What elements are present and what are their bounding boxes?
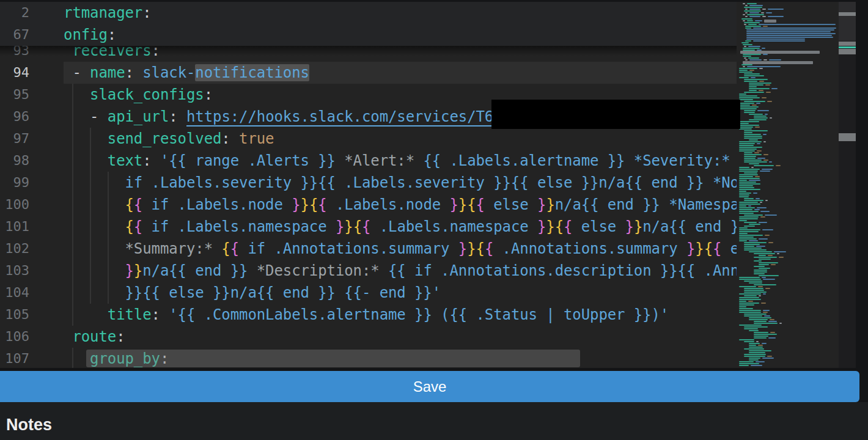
- line-number[interactable]: 2: [0, 2, 29, 24]
- token: [213, 240, 221, 257]
- minimap-segment: [739, 196, 749, 197]
- minimap-segment: [739, 70, 748, 71]
- code-line[interactable]: 98 text: '{{ range .Alerts }} *Alert:* {…: [0, 150, 737, 172]
- minimap-segment: [749, 12, 759, 13]
- minimap-segment: [754, 334, 777, 335]
- minimap-segment: [749, 5, 763, 6]
- minimap-segment: [739, 304, 754, 306]
- line-content-clip: alertmanager:: [64, 2, 737, 24]
- minimap-segment: [763, 26, 768, 27]
- line-text: alertmanager:: [64, 2, 152, 24]
- minimap-segment: [744, 152, 752, 153]
- minimap-segment: [766, 92, 771, 93]
- line-number[interactable]: 106: [0, 326, 29, 348]
- line-number[interactable]: 96: [0, 106, 29, 128]
- line-number[interactable]: 67: [0, 24, 29, 46]
- token: :: [108, 26, 116, 43]
- minimap-segment: [751, 167, 754, 168]
- sticky-scroll-header[interactable]: 2alertmanager:67 config:: [0, 2, 737, 46]
- indent-guide: [72, 84, 73, 326]
- code-line[interactable]: 100 {{ if .Labels.node }}{{ .Labels.node…: [0, 194, 737, 216]
- minimap-segment: [739, 128, 752, 130]
- token: {: [485, 240, 493, 257]
- vertical-scrollbar[interactable]: [839, 2, 856, 368]
- line-text: }}n/a{{ end }} *Description:* {{ if .Ann…: [64, 260, 737, 282]
- code-line[interactable]: 101 {{ if .Labels.namespace }}{{ .Labels…: [0, 216, 737, 238]
- line-number[interactable]: 105: [0, 304, 29, 326]
- minimap-segment: [744, 10, 761, 12]
- minimap-segment: [753, 28, 836, 29]
- token: n/a: [555, 196, 581, 213]
- save-button[interactable]: Save: [0, 371, 859, 402]
- token: https://hooks.slack.com/services/T6: [186, 108, 493, 127]
- minimap-segment: [739, 339, 754, 340]
- minimap-segment: [739, 238, 757, 240]
- line-number[interactable]: 104: [0, 282, 29, 304]
- minimap-segment: [739, 150, 755, 152]
- editor-lines[interactable]: 93 receivers:94 - name: slack-notificati…: [0, 2, 856, 368]
- line-number[interactable]: 99: [0, 172, 29, 194]
- minimap-segment: [744, 160, 762, 161]
- minimap-segment: [749, 346, 763, 348]
- yaml-code-editor[interactable]: 93 receivers:94 - name: slack-notificati…: [0, 2, 856, 368]
- code-line[interactable]: 104 }}{{ else }}n/a{{ end }} {{- end }}': [0, 282, 737, 304]
- code-line[interactable]: 105 title: '{{ .CommonLabels.alertname }…: [0, 304, 737, 326]
- code-line[interactable]: 102 *Summary:* {{ if .Annotations.summar…: [0, 238, 737, 260]
- token: }: [686, 240, 695, 257]
- minimap-segment: [755, 20, 762, 21]
- minimap-segment: [745, 12, 748, 13]
- minimap-segment: [762, 97, 767, 98]
- minimap-segment: [739, 301, 746, 302]
- code-line[interactable]: 106 route:: [0, 326, 737, 348]
- minimap-segment: [739, 106, 759, 108]
- line-number[interactable]: 100: [0, 194, 29, 216]
- token: }}{{ else }}n/a{{ end }} {{- end }}': [125, 284, 441, 301]
- scrollbar-slider[interactable]: [839, 2, 856, 41]
- token: {: [476, 240, 485, 257]
- sticky-code-line[interactable]: 67 config:: [0, 24, 737, 46]
- minimap-segment: [753, 193, 757, 194]
- line-number[interactable]: 97: [0, 128, 29, 150]
- token: n/a: [642, 218, 669, 235]
- token: }: [125, 262, 134, 279]
- line-number[interactable]: 94: [0, 62, 29, 84]
- minimap-segment: [763, 293, 766, 295]
- minimap-segment: [747, 14, 764, 15]
- minimap-segment: [754, 116, 767, 117]
- token: :: [169, 108, 177, 125]
- minimap-segment: [749, 139, 758, 141]
- code-line[interactable]: 103 }}n/a{{ end }} *Description:* {{ if …: [0, 260, 737, 282]
- minimap[interactable]: [737, 2, 839, 368]
- minimap-segment: [744, 156, 756, 157]
- minimap-segment: [744, 22, 760, 23]
- code-line[interactable]: 99 if .Labels.severity }}{{ .Labels.seve…: [0, 172, 737, 194]
- code-line[interactable]: 94 - name: slack-notifications: [0, 62, 737, 84]
- line-number[interactable]: 107: [0, 348, 29, 368]
- token: .Labels.namespace: [370, 218, 537, 235]
- minimap-segment: [754, 266, 765, 267]
- token: }: [537, 196, 546, 213]
- minimap-segment: [748, 24, 757, 25]
- minimap-segment: [749, 86, 757, 87]
- minimap-segment: [739, 302, 759, 304]
- line-number[interactable]: 103: [0, 260, 29, 282]
- minimap-segment: [739, 95, 757, 97]
- minimap-segment: [744, 280, 762, 282]
- minimap-segment: [739, 312, 761, 313]
- line-number[interactable]: 98: [0, 150, 29, 172]
- sticky-code-line[interactable]: 2alertmanager:: [0, 2, 737, 24]
- minimap-segment: [739, 363, 759, 364]
- horizontal-scrollbar[interactable]: [86, 350, 580, 367]
- minimap-segment: [754, 337, 767, 339]
- line-number[interactable]: 101: [0, 216, 29, 238]
- minimap-segment: [762, 277, 766, 278]
- minimap-segment: [739, 72, 752, 73]
- code-line[interactable]: 97 send_resolved: true: [0, 128, 737, 150]
- ruler-match-mark: [839, 12, 856, 16]
- line-number[interactable]: 95: [0, 84, 29, 106]
- line-number[interactable]: 102: [0, 238, 29, 260]
- minimap-segment: [744, 134, 761, 135]
- minimap-segment: [757, 207, 767, 208]
- minimap-segment: [749, 350, 771, 351]
- minimap-segment: [749, 224, 760, 225]
